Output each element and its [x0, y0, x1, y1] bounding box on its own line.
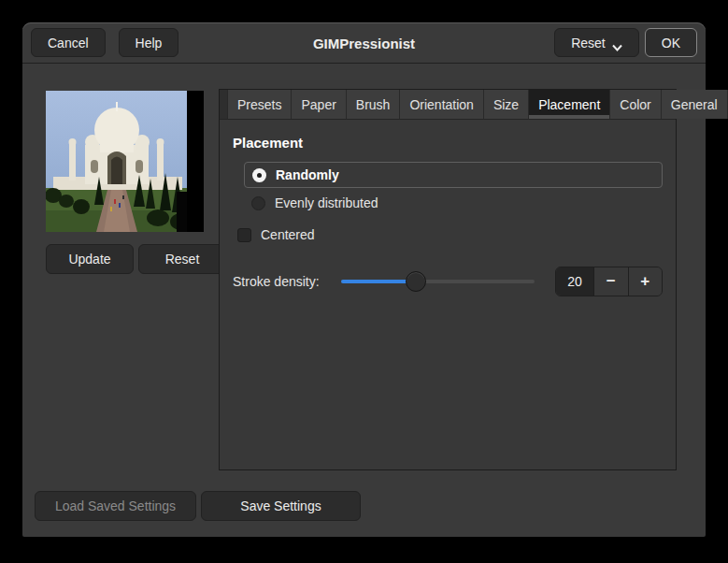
reset-dropdown-label: Reset	[571, 36, 606, 51]
radio-evenly-distributed[interactable]: Evenly distributed	[251, 194, 663, 212]
tab-color[interactable]: Color	[610, 90, 661, 119]
save-settings-button[interactable]: Save Settings	[201, 491, 361, 521]
tab-presets[interactable]: Presets	[227, 90, 292, 119]
centered-label: Centered	[261, 227, 315, 242]
increment-button[interactable]: +	[628, 267, 663, 296]
radio-evenly-label: Evenly distributed	[275, 195, 378, 210]
stroke-density-fill	[341, 280, 417, 283]
tab-placement[interactable]: Placement	[529, 90, 610, 119]
radio-on-icon[interactable]	[252, 168, 266, 182]
radio-randomly-label: Randomly	[276, 167, 339, 182]
settings-footer: Load Saved Settings Save Settings	[35, 491, 361, 521]
titlebar: Cancel Help GIMPressionist Reset OK	[22, 22, 706, 64]
tab-orientation[interactable]: Orientation	[400, 90, 483, 119]
tab-size[interactable]: Size	[484, 90, 529, 119]
ok-button[interactable]: OK	[645, 28, 697, 57]
centered-checkbox-row[interactable]: Centered	[237, 227, 663, 242]
stroke-density-handle[interactable]	[406, 271, 426, 292]
preview-image-taj-mahal	[46, 91, 204, 232]
preview-panel[interactable]	[46, 91, 204, 232]
help-button[interactable]: Help	[119, 28, 179, 57]
update-preview-button[interactable]: Update	[46, 244, 134, 274]
placement-heading: Placement	[233, 135, 663, 151]
stroke-density-label: Stroke density:	[233, 274, 320, 289]
stroke-density-spinbox: − +	[555, 267, 663, 296]
tab-paper[interactable]: Paper	[292, 90, 346, 119]
stroke-density-row: Stroke density: − +	[233, 267, 663, 296]
tab-brush[interactable]: Brush	[347, 90, 401, 119]
chevron-down-icon	[612, 39, 622, 47]
reset-preview-button[interactable]: Reset	[138, 244, 226, 274]
window-title: GIMPressionist	[313, 35, 415, 51]
settings-notebook: Presets Paper Brush Orientation Size Pla…	[219, 89, 677, 470]
checkbox-unchecked-icon[interactable]	[237, 228, 251, 242]
randomly-option-frame: Randomly	[244, 162, 663, 188]
cancel-button[interactable]: Cancel	[31, 28, 106, 57]
load-saved-settings-button[interactable]: Load Saved Settings	[35, 491, 196, 521]
placement-panel: Placement Randomly Evenly distributed Ce…	[220, 120, 676, 310]
tab-general[interactable]: General	[662, 90, 728, 119]
tab-bar: Presets Paper Brush Orientation Size Pla…	[220, 90, 676, 120]
radio-off-icon[interactable]	[251, 196, 265, 210]
radio-randomly[interactable]: Randomly	[252, 166, 654, 184]
gimpressionist-dialog: Cancel Help GIMPressionist Reset OK	[22, 22, 706, 537]
preview-actions: Update Reset	[46, 244, 226, 274]
reset-dropdown-button[interactable]: Reset	[554, 28, 639, 57]
stroke-density-slider[interactable]	[341, 270, 535, 293]
decrement-button[interactable]: −	[593, 267, 628, 296]
stroke-density-value[interactable]	[556, 267, 593, 296]
